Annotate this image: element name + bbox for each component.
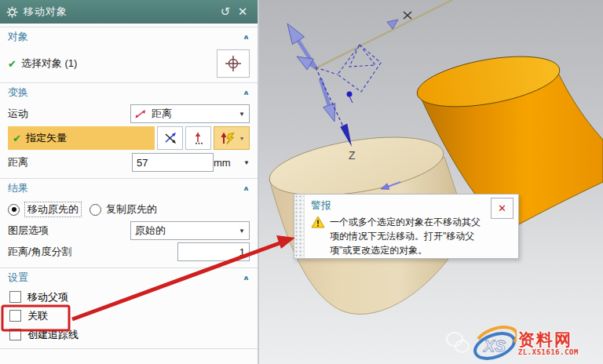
vector-constructor-icon xyxy=(192,131,206,145)
motion-label: 运动 xyxy=(8,107,28,121)
watermark: XS 资料网 ZL.XS1616.COM xyxy=(444,326,601,362)
caret-down-icon: ▼ xyxy=(243,159,250,166)
alert-drag-grip[interactable] xyxy=(294,195,305,258)
chevron-up-icon[interactable]: ∧ xyxy=(243,89,250,96)
move-object-dialog: 移动对象 ↺ ✕ 对象 ∧ ✔ 选择对象 (1) xyxy=(0,0,259,364)
section-result-header[interactable]: 结果 ∧ xyxy=(0,179,258,198)
division-input[interactable] xyxy=(177,242,250,261)
create-traceline-label: 创建追踪线 xyxy=(27,328,79,342)
dialog-titlebar[interactable]: 移动对象 ↺ ✕ xyxy=(0,0,258,24)
create-traceline-checkbox-row[interactable]: 创建追踪线 xyxy=(0,326,258,344)
motion-value: 距离 xyxy=(152,107,172,121)
screen: Z 移动对象 ↺ xyxy=(0,0,603,364)
reset-button[interactable]: ↺ xyxy=(217,0,234,24)
gear-icon xyxy=(6,6,18,18)
associative-checkbox[interactable] xyxy=(9,310,21,322)
distance-label: 距离 xyxy=(8,155,28,169)
motion-dropdown[interactable]: 距离 ▼ xyxy=(130,104,250,123)
move-original-label[interactable]: 移动原先的 xyxy=(24,202,82,217)
section-divider xyxy=(0,348,258,359)
inferred-vector-button[interactable]: ▼ xyxy=(214,126,250,150)
copy-original-label[interactable]: 复制原先的 xyxy=(106,202,157,217)
close-button[interactable]: ✕ xyxy=(234,0,251,24)
alert-message: 一个或多个选定的对象在不移动其父项的情况下无法移动。打开"移动父项"或更改选定的… xyxy=(330,215,484,257)
section-object: 对象 ∧ ✔ 选择对象 (1) xyxy=(0,27,258,78)
z-axis-label: Z xyxy=(349,149,356,162)
dialog-title: 移动对象 xyxy=(24,5,68,19)
radio-copy-original[interactable] xyxy=(90,204,101,216)
xs-logo: XS xyxy=(473,326,517,362)
section-transform-header[interactable]: 变换 ∧ xyxy=(0,83,258,102)
create-traceline-checkbox[interactable] xyxy=(9,329,21,340)
vector-dialog-icon xyxy=(163,132,177,144)
caret-down-icon: ▼ xyxy=(239,228,245,235)
division-label: 距离/角度分割 xyxy=(8,245,72,259)
select-object-label: 选择对象 (1) xyxy=(21,56,78,71)
section-settings-header[interactable]: 设置 ∧ xyxy=(0,268,258,287)
chevron-up-icon[interactable]: ∧ xyxy=(243,33,250,41)
vector-direction-line xyxy=(314,0,452,69)
radio-move-original[interactable] xyxy=(8,204,20,216)
doodle-icon xyxy=(444,330,473,357)
section-settings: 设置 ∧ 移动父项 关联 创建追踪线 xyxy=(0,268,258,344)
select-object-button[interactable] xyxy=(217,49,250,78)
vector-constructor-button[interactable] xyxy=(185,126,211,150)
specify-vector-field[interactable]: ✔ 指定矢量 xyxy=(8,126,155,150)
vector-dialog-button[interactable] xyxy=(157,126,183,150)
3d-scene: Z xyxy=(259,0,603,364)
sphere-handle xyxy=(347,92,353,97)
section-result: 结果 ∧ 移动原先的 复制原先的 图层选项 原始的 ▼ 距离/角度分割 xyxy=(0,178,258,261)
warning-icon xyxy=(311,216,325,228)
associative-label: 关联 xyxy=(27,309,48,323)
move-parent-checkbox-row[interactable]: 移动父项 xyxy=(0,288,258,306)
3d-viewport[interactable]: Z xyxy=(259,0,603,364)
layer-option-dropdown[interactable]: 原始的 ▼ xyxy=(130,221,250,240)
move-parent-checkbox[interactable] xyxy=(9,291,21,303)
check-icon: ✔ xyxy=(13,133,21,144)
alert-close-button[interactable]: ✕ xyxy=(491,198,513,219)
section-object-header[interactable]: 对象 ∧ xyxy=(0,27,258,46)
inferred-vector-icon xyxy=(219,131,236,145)
distance-unit-dropdown[interactable]: mm ▼ xyxy=(214,157,250,169)
watermark-url: ZL.XS1616.COM xyxy=(518,348,601,356)
associative-checkbox-row[interactable]: 关联 xyxy=(0,307,258,325)
section-transform: 变换 ∧ 运动 距离 ▼ ✔ 指定矢量 xyxy=(0,82,258,172)
chevron-up-icon[interactable]: ∧ xyxy=(243,274,250,282)
check-icon: ✔ xyxy=(8,58,16,70)
chevron-up-icon[interactable]: ∧ xyxy=(243,184,250,192)
move-parent-label: 移动父项 xyxy=(27,290,68,304)
crosshair-icon xyxy=(225,55,242,72)
distance-motion-icon xyxy=(135,108,148,119)
caret-down-icon: ▼ xyxy=(239,111,245,118)
xs-logo-text: XS xyxy=(483,337,506,355)
distance-input[interactable] xyxy=(132,153,214,172)
watermark-name: 资料网 xyxy=(518,331,601,348)
alert-popup: 警报 ✕ 一个或多个选定的对象在不移动其父项的情况下无法移动。打开"移动父项"或… xyxy=(294,194,519,259)
caret-down-icon[interactable]: ▼ xyxy=(239,136,245,141)
specify-vector-label: 指定矢量 xyxy=(26,131,67,145)
alert-title: 警报 xyxy=(311,198,512,213)
layer-option-label: 图层选项 xyxy=(8,224,49,238)
